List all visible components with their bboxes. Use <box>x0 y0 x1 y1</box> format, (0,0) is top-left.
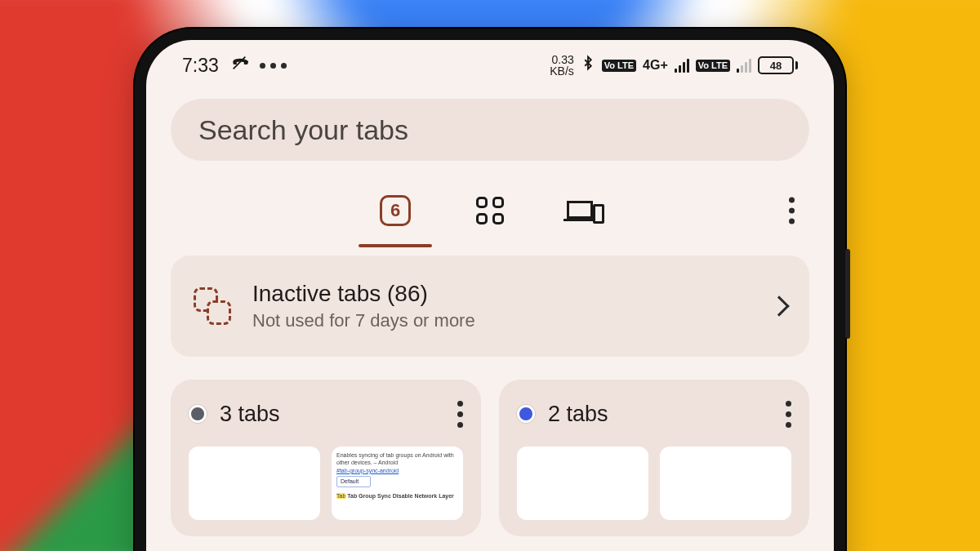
tab-thumbnail[interactable]: Enables syncing of tab groups on Android… <box>332 447 463 520</box>
group-menu-button[interactable] <box>786 401 791 428</box>
group-menu-button[interactable] <box>457 401 463 428</box>
tab-groups-row: 3 tabs Enables syncing of tab groups on … <box>171 380 809 536</box>
inactive-tabs-subtitle: Not used for 7 days or more <box>252 310 751 331</box>
tab-groups[interactable] <box>471 192 509 229</box>
status-time: 7:33 <box>182 55 219 77</box>
signal-1-icon <box>675 58 689 73</box>
group-color-dot <box>189 405 207 423</box>
volte-badge-2: Vo LTE <box>696 60 730 72</box>
power-button <box>845 249 850 339</box>
search-placeholder: Search your tabs <box>198 114 408 146</box>
search-tabs-input[interactable]: Search your tabs <box>171 99 809 161</box>
missed-call-icon <box>230 54 248 77</box>
group-color-dot <box>517 405 535 423</box>
inactive-tabs-icon <box>194 287 231 325</box>
devices-icon <box>567 198 603 224</box>
tab-switcher-bar: 6 <box>171 166 809 256</box>
status-bar: 7:33 0.33 KB/s Vo LTE 4G+ Vo LTE <box>146 40 834 91</box>
tab-other-devices[interactable] <box>566 192 604 229</box>
open-tab-count: 6 <box>380 195 411 226</box>
overflow-menu-button[interactable] <box>789 198 795 224</box>
signal-2-icon <box>737 58 751 73</box>
chevron-right-icon <box>768 295 789 316</box>
grid-icon <box>476 197 504 224</box>
tab-thumbnail[interactable] <box>660 447 791 520</box>
group-title: 2 tabs <box>548 402 773 427</box>
tab-group-card[interactable]: 2 tabs <box>499 380 809 536</box>
group-title: 3 tabs <box>220 402 444 427</box>
phone-screen: 7:33 0.33 KB/s Vo LTE 4G+ Vo LTE <box>146 40 834 551</box>
bluetooth-icon <box>581 54 595 77</box>
data-rate: 0.33 KB/s <box>550 54 574 77</box>
tab-thumbnail[interactable] <box>517 447 648 520</box>
tab-open-tabs[interactable]: 6 <box>376 192 414 229</box>
tab-group-card[interactable]: 3 tabs Enables syncing of tab groups on … <box>171 380 481 536</box>
network-type: 4G+ <box>643 58 668 73</box>
battery-indicator: 48 <box>758 56 798 74</box>
tab-thumbnail[interactable] <box>189 447 320 520</box>
phone-frame: 7:33 0.33 KB/s Vo LTE 4G+ Vo LTE <box>135 29 845 551</box>
volte-badge-1: Vo LTE <box>602 60 636 72</box>
inactive-tabs-card[interactable]: Inactive tabs (86) Not used for 7 days o… <box>171 256 809 357</box>
more-notifications-icon <box>260 63 287 69</box>
inactive-tabs-title: Inactive tabs (86) <box>252 281 751 307</box>
